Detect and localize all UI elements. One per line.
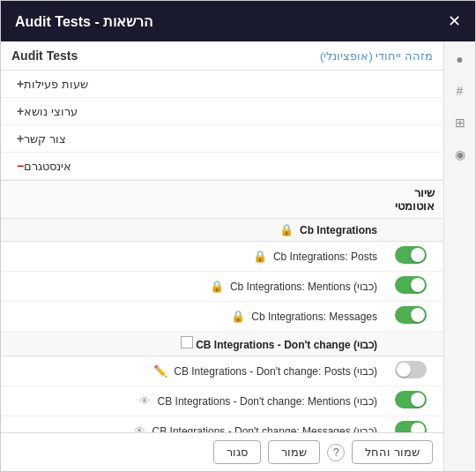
circle-icon[interactable]: ● (450, 49, 471, 70)
nav-item-label-actions: שעות פעילות (24, 78, 88, 91)
pencil-icon[interactable]: ✏️ (153, 364, 167, 378)
nav-item-label-subjects: ערוצי נושא (24, 105, 78, 118)
section-header-cb_integrations: Cb Integrations 🔒 (1, 219, 443, 242)
save-button[interactable]: שמור (268, 440, 320, 464)
label-col-cb_dc_mentions: (כבוי) CB Integrations - Don't change: M… (1, 386, 386, 416)
list-area: שיור אוטומטי Cb Integrations 🔒Cb Integra… (1, 181, 443, 432)
eye-icon[interactable]: 👁 (139, 394, 151, 408)
instagram-icon[interactable]: ◉ (450, 144, 471, 165)
toggle-cb_dc_messages[interactable] (395, 421, 427, 432)
nav-item-label-instagram: אינסטגרם (24, 160, 71, 173)
toggle-thumb-cb_dc_mentions (411, 393, 425, 407)
toggle-col-cb_dc_messages (386, 416, 443, 433)
toggle-track-cb_messages (395, 306, 427, 324)
label-col-cb_dc_messages: (כבוי) CB Integrations - Don't change: M… (1, 416, 386, 433)
toggle-col-cb_dc_mentions (386, 386, 443, 416)
nav-item-icon-contact: + (17, 131, 24, 146)
close-button[interactable]: ✕ (448, 11, 461, 31)
list-table: שיור אוטומטי Cb Integrations 🔒Cb Integra… (1, 181, 443, 432)
nav-item-actions[interactable]: שעות פעילות+ (1, 71, 443, 98)
list-header-row: שיור אוטומטי (1, 181, 443, 219)
toggle-track-cb_dc_mentions (395, 391, 427, 408)
list-row-cb_posts: Cb Integrations: Posts 🔒 (1, 242, 443, 272)
toggle-cb_dc_mentions[interactable] (395, 391, 427, 408)
lock-icon: 🔒 (253, 250, 267, 263)
help-button[interactable]: ? (327, 444, 345, 461)
label-col-cb_messages: Cb Integrations: Messages 🔒 (1, 302, 386, 332)
toggle-track-cb_posts (395, 246, 427, 264)
toggle-col-cb_messages (386, 302, 443, 332)
toggle-track-cb_dc_posts (395, 361, 427, 378)
modal-container: ✕ הרשאות - Audit Tests ●#⊞◉ מזהה ייחודי … (0, 0, 476, 472)
nav-item-icon-actions: + (17, 77, 24, 91)
list-row-cb_messages: Cb Integrations: Messages 🔒 (1, 302, 443, 332)
toggle-thumb-cb_mentions (411, 278, 425, 292)
close-footer-button[interactable]: סגור (213, 440, 261, 464)
grid-icon[interactable]: ⊞ (450, 112, 471, 133)
label-col-cb_dc_posts: (כבוי) CB Integrations - Don't change: P… (1, 356, 386, 386)
toggle-cb_posts[interactable] (395, 246, 427, 264)
toggle-col-cb_dc_posts (386, 356, 443, 386)
lock-icon: 🔒 (279, 223, 294, 236)
toggle-thumb-cb_dc_messages (411, 423, 425, 432)
section-title-cb_dontchange: (כבוי) CB Integrations - Don't change (1, 332, 386, 356)
modal-title: הרשאות - Audit Tests (15, 13, 152, 30)
checkbox-icon[interactable] (181, 336, 193, 348)
label-col-cb_posts: Cb Integrations: Posts 🔒 (1, 242, 386, 272)
unique-id-link[interactable]: מזהה ייחודי (אופציונלי) (320, 49, 433, 63)
label-col-cb_mentions: (כבוי) Cb Integrations: Mentions 🔒 (1, 272, 386, 302)
sidebar: ●#⊞◉ (443, 41, 475, 471)
nav-item-label-contact: צור קשר (24, 132, 66, 146)
eye-icon[interactable]: 👁 (134, 424, 145, 432)
list-row-cb_dc_messages: (כבוי) CB Integrations - Don't change: M… (1, 416, 443, 433)
top-bar: מזהה ייחודי (אופציונלי) Audit Tests (1, 41, 443, 71)
list-col-auto: שיור אוטומטי (386, 181, 443, 219)
list-row-cb_dc_posts: (כבוי) CB Integrations - Don't change: P… (1, 356, 443, 386)
toggle-cb_messages[interactable] (395, 306, 427, 324)
nav-item-contact[interactable]: צור קשר+ (1, 125, 443, 153)
modal-header: ✕ הרשאות - Audit Tests (1, 1, 475, 41)
toggle-col-cb_mentions (386, 272, 443, 302)
section-header-cb_dontchange: (כבוי) CB Integrations - Don't change (1, 332, 443, 356)
toggle-cb_mentions[interactable] (395, 276, 427, 294)
toggle-track-cb_dc_messages (395, 421, 427, 432)
toggle-track-cb_mentions (395, 276, 427, 294)
nav-items: שעות פעילות+ערוצי נושא+צור קשר+אינסטגרם− (1, 71, 443, 181)
section-title-cb_integrations: Cb Integrations 🔒 (1, 219, 386, 242)
list-col-empty (1, 181, 386, 219)
nav-item-icon-instagram: − (17, 159, 24, 173)
main-content: מזהה ייחודי (אופציונלי) Audit Tests שעות… (1, 41, 443, 471)
modal-footer: שמור והחל ? שמור סגור (1, 432, 443, 471)
list-row-cb_mentions: (כבוי) Cb Integrations: Mentions 🔒 (1, 272, 443, 302)
hash-icon[interactable]: # (450, 80, 471, 101)
modal-body: ●#⊞◉ מזהה ייחודי (אופציונלי) Audit Tests… (1, 41, 475, 471)
lock-icon: 🔒 (231, 310, 245, 323)
top-bar-title: Audit Tests (11, 49, 78, 63)
nav-item-icon-subjects: + (17, 104, 24, 118)
list-row-cb_dc_mentions: (כבוי) CB Integrations - Don't change: M… (1, 386, 443, 416)
save-reset-button[interactable]: שמור והחל (352, 440, 433, 464)
toggle-thumb-cb_messages (411, 308, 425, 322)
toggle-col-cb_posts (386, 242, 443, 272)
toggle-cb_dc_posts[interactable] (395, 361, 427, 378)
toggle-thumb-cb_posts (411, 248, 425, 262)
nav-item-subjects[interactable]: ערוצי נושא+ (1, 98, 443, 125)
lock-icon: 🔒 (210, 280, 224, 293)
nav-item-instagram[interactable]: אינסטגרם− (1, 153, 443, 180)
toggle-thumb-cb_dc_posts (397, 363, 411, 377)
section-toggle-cb_dontchange (386, 332, 443, 356)
section-toggle-cb_integrations (386, 219, 443, 242)
